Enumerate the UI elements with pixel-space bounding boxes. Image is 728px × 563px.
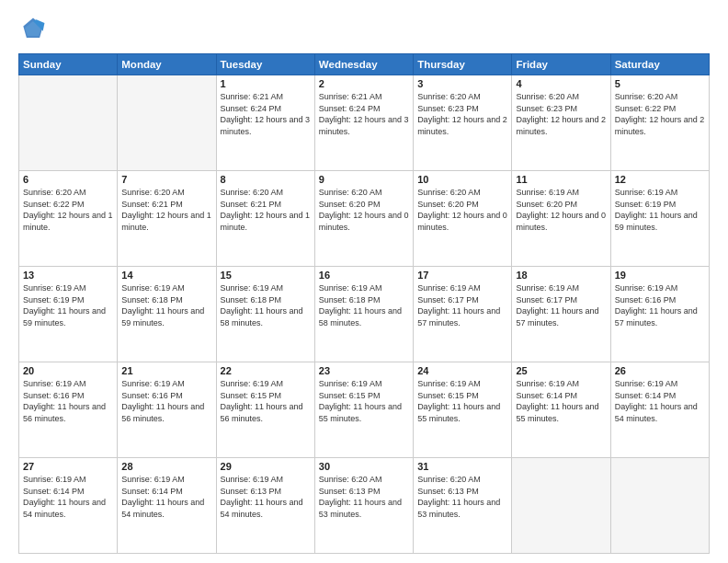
day-info: Sunrise: 6:20 AM Sunset: 6:23 PM Dayligh… bbox=[417, 91, 507, 137]
day-info: Sunrise: 6:19 AM Sunset: 6:13 PM Dayligh… bbox=[221, 474, 311, 520]
day-number: 13 bbox=[23, 270, 113, 281]
day-number: 4 bbox=[516, 78, 606, 89]
day-number: 26 bbox=[615, 365, 705, 376]
page: SundayMondayTuesdayWednesdayThursdayFrid… bbox=[0, 0, 728, 563]
day-number: 23 bbox=[319, 365, 409, 376]
day-number: 6 bbox=[23, 174, 113, 185]
day-number: 21 bbox=[121, 365, 211, 376]
day-number: 30 bbox=[319, 461, 409, 472]
weekday-header-friday: Friday bbox=[512, 54, 610, 75]
week-row-2: 6Sunrise: 6:20 AM Sunset: 6:22 PM Daylig… bbox=[19, 171, 710, 267]
week-row-1: 1Sunrise: 6:21 AM Sunset: 6:24 PM Daylig… bbox=[19, 75, 710, 171]
calendar-cell: 28Sunrise: 6:19 AM Sunset: 6:14 PM Dayli… bbox=[118, 458, 216, 554]
calendar-cell: 26Sunrise: 6:19 AM Sunset: 6:14 PM Dayli… bbox=[610, 362, 709, 458]
day-number: 10 bbox=[417, 174, 507, 185]
day-number: 15 bbox=[221, 270, 311, 281]
day-number: 25 bbox=[516, 365, 606, 376]
day-info: Sunrise: 6:19 AM Sunset: 6:16 PM Dayligh… bbox=[615, 282, 705, 328]
day-number: 22 bbox=[221, 365, 311, 376]
week-row-5: 27Sunrise: 6:19 AM Sunset: 6:14 PM Dayli… bbox=[19, 458, 710, 554]
day-number: 20 bbox=[23, 365, 113, 376]
calendar-cell: 16Sunrise: 6:19 AM Sunset: 6:18 PM Dayli… bbox=[314, 267, 413, 362]
day-number: 11 bbox=[516, 174, 606, 185]
calendar-cell: 25Sunrise: 6:19 AM Sunset: 6:14 PM Dayli… bbox=[512, 362, 610, 458]
calendar-cell: 17Sunrise: 6:19 AM Sunset: 6:17 PM Dayli… bbox=[414, 267, 512, 362]
calendar-cell bbox=[19, 75, 118, 171]
weekday-header-wednesday: Wednesday bbox=[314, 54, 413, 75]
day-info: Sunrise: 6:19 AM Sunset: 6:17 PM Dayligh… bbox=[516, 282, 606, 328]
day-number: 24 bbox=[417, 365, 507, 376]
weekday-header-sunday: Sunday bbox=[19, 54, 118, 75]
day-number: 27 bbox=[23, 461, 113, 472]
calendar-cell bbox=[512, 458, 610, 554]
day-number: 19 bbox=[615, 270, 705, 281]
calendar-cell: 2Sunrise: 6:21 AM Sunset: 6:24 PM Daylig… bbox=[314, 75, 413, 171]
day-number: 2 bbox=[319, 78, 409, 89]
day-info: Sunrise: 6:20 AM Sunset: 6:20 PM Dayligh… bbox=[319, 187, 409, 233]
day-info: Sunrise: 6:20 AM Sunset: 6:22 PM Dayligh… bbox=[615, 91, 705, 137]
calendar-cell: 6Sunrise: 6:20 AM Sunset: 6:22 PM Daylig… bbox=[19, 171, 118, 267]
weekday-header-tuesday: Tuesday bbox=[216, 54, 314, 75]
day-info: Sunrise: 6:21 AM Sunset: 6:24 PM Dayligh… bbox=[221, 91, 311, 137]
calendar-cell: 20Sunrise: 6:19 AM Sunset: 6:16 PM Dayli… bbox=[19, 362, 118, 458]
day-number: 9 bbox=[319, 174, 409, 185]
day-info: Sunrise: 6:19 AM Sunset: 6:14 PM Dayligh… bbox=[23, 474, 113, 520]
weekday-header-monday: Monday bbox=[118, 54, 216, 75]
day-number: 28 bbox=[121, 461, 211, 472]
logo-icon bbox=[18, 15, 48, 44]
calendar-cell: 10Sunrise: 6:20 AM Sunset: 6:20 PM Dayli… bbox=[414, 171, 512, 267]
calendar-cell: 30Sunrise: 6:20 AM Sunset: 6:13 PM Dayli… bbox=[314, 458, 413, 554]
calendar-cell: 19Sunrise: 6:19 AM Sunset: 6:16 PM Dayli… bbox=[610, 267, 709, 362]
day-info: Sunrise: 6:19 AM Sunset: 6:14 PM Dayligh… bbox=[121, 474, 211, 520]
day-info: Sunrise: 6:19 AM Sunset: 6:15 PM Dayligh… bbox=[417, 378, 507, 424]
calendar-cell: 24Sunrise: 6:19 AM Sunset: 6:15 PM Dayli… bbox=[414, 362, 512, 458]
weekday-header-saturday: Saturday bbox=[610, 54, 709, 75]
calendar-cell: 14Sunrise: 6:19 AM Sunset: 6:18 PM Dayli… bbox=[118, 267, 216, 362]
header bbox=[18, 15, 710, 44]
calendar-cell: 9Sunrise: 6:20 AM Sunset: 6:20 PM Daylig… bbox=[314, 171, 413, 267]
day-number: 7 bbox=[121, 174, 211, 185]
day-info: Sunrise: 6:19 AM Sunset: 6:16 PM Dayligh… bbox=[23, 378, 113, 424]
calendar-cell: 5Sunrise: 6:20 AM Sunset: 6:22 PM Daylig… bbox=[610, 75, 709, 171]
day-number: 29 bbox=[221, 461, 311, 472]
calendar-cell: 22Sunrise: 6:19 AM Sunset: 6:15 PM Dayli… bbox=[216, 362, 314, 458]
calendar-cell bbox=[610, 458, 709, 554]
day-info: Sunrise: 6:19 AM Sunset: 6:18 PM Dayligh… bbox=[221, 282, 311, 328]
day-info: Sunrise: 6:20 AM Sunset: 6:20 PM Dayligh… bbox=[417, 187, 507, 233]
day-info: Sunrise: 6:19 AM Sunset: 6:18 PM Dayligh… bbox=[121, 282, 211, 328]
day-number: 1 bbox=[221, 78, 311, 89]
week-row-3: 13Sunrise: 6:19 AM Sunset: 6:19 PM Dayli… bbox=[19, 267, 710, 362]
day-info: Sunrise: 6:19 AM Sunset: 6:14 PM Dayligh… bbox=[516, 378, 606, 424]
calendar-cell: 23Sunrise: 6:19 AM Sunset: 6:15 PM Dayli… bbox=[314, 362, 413, 458]
day-info: Sunrise: 6:19 AM Sunset: 6:15 PM Dayligh… bbox=[221, 378, 311, 424]
calendar-cell: 7Sunrise: 6:20 AM Sunset: 6:21 PM Daylig… bbox=[118, 171, 216, 267]
calendar-cell: 11Sunrise: 6:19 AM Sunset: 6:20 PM Dayli… bbox=[512, 171, 610, 267]
calendar-cell: 21Sunrise: 6:19 AM Sunset: 6:16 PM Dayli… bbox=[118, 362, 216, 458]
day-number: 18 bbox=[516, 270, 606, 281]
day-number: 12 bbox=[615, 174, 705, 185]
calendar-cell: 4Sunrise: 6:20 AM Sunset: 6:23 PM Daylig… bbox=[512, 75, 610, 171]
calendar-cell: 8Sunrise: 6:20 AM Sunset: 6:21 PM Daylig… bbox=[216, 171, 314, 267]
day-info: Sunrise: 6:19 AM Sunset: 6:14 PM Dayligh… bbox=[615, 378, 705, 424]
calendar-cell: 29Sunrise: 6:19 AM Sunset: 6:13 PM Dayli… bbox=[216, 458, 314, 554]
day-info: Sunrise: 6:20 AM Sunset: 6:21 PM Dayligh… bbox=[221, 187, 311, 233]
day-number: 31 bbox=[417, 461, 507, 472]
day-number: 3 bbox=[417, 78, 507, 89]
calendar-cell: 31Sunrise: 6:20 AM Sunset: 6:13 PM Dayli… bbox=[414, 458, 512, 554]
day-info: Sunrise: 6:19 AM Sunset: 6:16 PM Dayligh… bbox=[121, 378, 211, 424]
day-info: Sunrise: 6:19 AM Sunset: 6:19 PM Dayligh… bbox=[23, 282, 113, 328]
calendar-cell: 15Sunrise: 6:19 AM Sunset: 6:18 PM Dayli… bbox=[216, 267, 314, 362]
calendar-cell: 12Sunrise: 6:19 AM Sunset: 6:19 PM Dayli… bbox=[610, 171, 709, 267]
calendar-cell: 27Sunrise: 6:19 AM Sunset: 6:14 PM Dayli… bbox=[19, 458, 118, 554]
weekday-header-thursday: Thursday bbox=[414, 54, 512, 75]
week-row-4: 20Sunrise: 6:19 AM Sunset: 6:16 PM Dayli… bbox=[19, 362, 710, 458]
day-info: Sunrise: 6:20 AM Sunset: 6:13 PM Dayligh… bbox=[417, 474, 507, 520]
weekday-header-row: SundayMondayTuesdayWednesdayThursdayFrid… bbox=[19, 54, 710, 75]
day-info: Sunrise: 6:19 AM Sunset: 6:18 PM Dayligh… bbox=[319, 282, 409, 328]
day-number: 8 bbox=[221, 174, 311, 185]
day-info: Sunrise: 6:19 AM Sunset: 6:15 PM Dayligh… bbox=[319, 378, 409, 424]
calendar-cell: 3Sunrise: 6:20 AM Sunset: 6:23 PM Daylig… bbox=[414, 75, 512, 171]
calendar-cell bbox=[118, 75, 216, 171]
calendar-cell: 18Sunrise: 6:19 AM Sunset: 6:17 PM Dayli… bbox=[512, 267, 610, 362]
logo bbox=[18, 15, 51, 44]
